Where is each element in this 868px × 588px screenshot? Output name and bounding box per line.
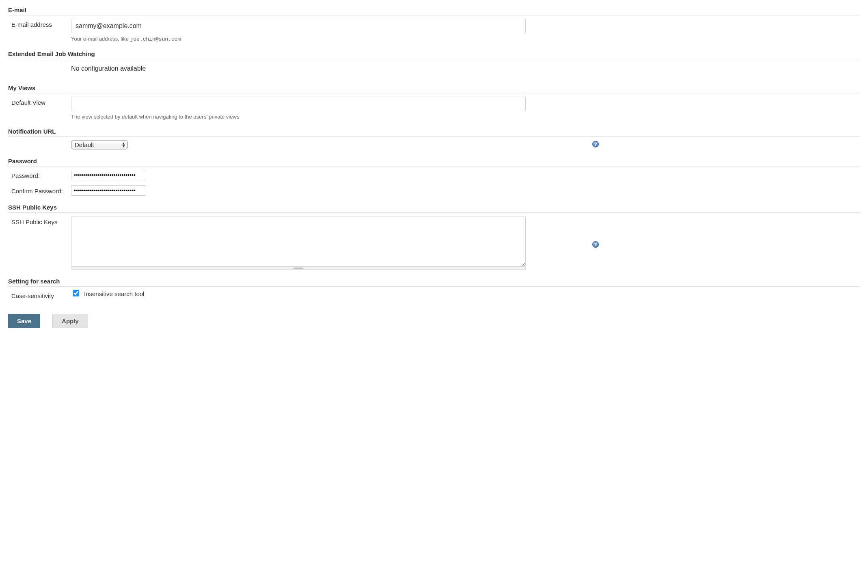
help-icon[interactable]: ? bbox=[592, 141, 599, 147]
password-input[interactable] bbox=[71, 170, 146, 180]
section-heading-ssh: SSH Public Keys bbox=[8, 201, 860, 213]
email-address-input[interactable] bbox=[71, 19, 526, 33]
email-address-label: E-mail address bbox=[8, 19, 71, 28]
ssh-keys-textarea[interactable] bbox=[71, 216, 526, 267]
section-heading-password: Password bbox=[8, 155, 860, 166]
ssh-keys-label: SSH Public Keys bbox=[8, 216, 71, 225]
section-heading-extended-email: Extended Email Job Watching bbox=[8, 48, 860, 59]
notification-url-select[interactable]: Default bbox=[71, 140, 128, 149]
default-view-label: Default View bbox=[8, 97, 71, 106]
case-sensitivity-label: Case-sensitivity bbox=[8, 290, 71, 299]
confirm-password-input[interactable] bbox=[71, 185, 146, 196]
notification-label-spacer bbox=[8, 140, 71, 143]
default-view-help: The view selected by default when naviga… bbox=[71, 114, 860, 120]
help-icon[interactable]: ? bbox=[592, 241, 599, 248]
section-heading-email: E-mail bbox=[8, 4, 860, 15]
save-button[interactable]: Save bbox=[8, 314, 40, 328]
section-heading-my-views: My Views bbox=[8, 82, 860, 93]
section-heading-notification-url: Notification URL bbox=[8, 125, 860, 137]
password-label: Password: bbox=[8, 170, 71, 179]
extended-email-message: No configuration available bbox=[71, 63, 860, 75]
resize-track[interactable] bbox=[71, 267, 526, 270]
case-sensitivity-checkbox[interactable] bbox=[73, 290, 79, 296]
apply-button[interactable]: Apply bbox=[52, 314, 88, 328]
default-view-input[interactable] bbox=[71, 97, 526, 111]
confirm-password-label: Confirm Password: bbox=[8, 185, 71, 195]
resize-handle-icon bbox=[294, 268, 303, 269]
case-sensitivity-checkbox-label: Insensitive search tool bbox=[84, 290, 144, 297]
email-help-text: Your e-mail address, like joe.chin@sun.c… bbox=[71, 36, 860, 42]
section-heading-search: Setting for search bbox=[8, 275, 860, 287]
